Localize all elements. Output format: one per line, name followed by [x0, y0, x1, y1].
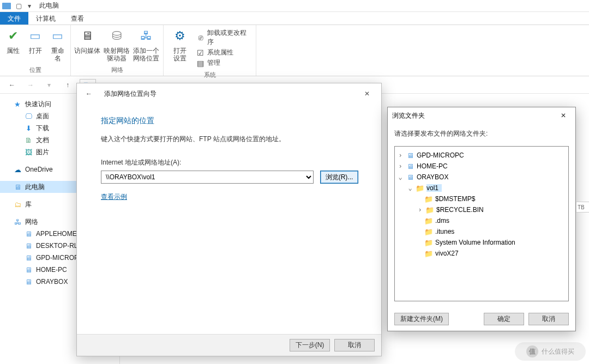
star-icon: ★ [13, 100, 22, 108]
gear-icon: ⚙ [171, 27, 189, 45]
folder-icon: 📁 [425, 205, 434, 214]
folder-icon: 📁 [424, 238, 433, 247]
browse-cancel-button[interactable]: 取消 [528, 313, 569, 325]
wizard-title: 添加网络位置向导 [104, 89, 157, 99]
tree-node[interactable]: 📁.dms [397, 215, 566, 226]
pc-icon: 🖥 [24, 241, 33, 250]
system-icon [2, 3, 11, 9]
tree-node[interactable]: ›🖥GPD-MICROPC [397, 150, 566, 161]
network-icon: 🖧 [13, 217, 22, 226]
wizard-close-button[interactable]: ✕ [358, 87, 376, 100]
pc-icon: 🖥 [24, 229, 33, 238]
qat-item[interactable]: ▢ [14, 2, 23, 10]
pc-icon: 🖥 [406, 173, 414, 181]
tree-node[interactable]: 📁vivoX27 [397, 248, 566, 259]
browse-title: 浏览文件夹 [392, 111, 425, 120]
folder-icon: 📁 [424, 216, 433, 225]
nav-history-dropdown[interactable]: ▾ [43, 78, 56, 92]
cancel-button[interactable]: 取消 [334, 339, 375, 351]
qat-dropdown[interactable]: ▾ [25, 2, 34, 10]
wizard-back-button[interactable]: ← [82, 87, 95, 100]
browse-header: 浏览文件夹 ✕ [388, 107, 575, 124]
address-label: Internet 地址或网络地址(A): [101, 158, 357, 167]
expand-icon[interactable]: › [417, 206, 423, 214]
properties-button[interactable]: ✔ 属性 [3, 27, 22, 54]
collapse-icon[interactable]: ⌄ [397, 173, 404, 181]
view-example-link[interactable]: 查看示例 [101, 192, 127, 202]
properties-icon: ☑ [196, 48, 205, 57]
nav-forward[interactable]: → [24, 78, 37, 92]
tree-node[interactable]: ›🖥HOME-PC [397, 161, 566, 172]
browse-footer: 新建文件夹(M) 确定 取消 [388, 307, 575, 331]
tab-file[interactable]: 文件 [0, 12, 28, 25]
ok-button[interactable]: 确定 [484, 313, 524, 325]
manage[interactable]: ▤管理 [196, 58, 253, 68]
system-small-items: ⎚卸载或更改程序 ☑系统属性 ▤管理 [196, 27, 253, 68]
group-label-network: 网络 [71, 65, 163, 76]
expand-icon[interactable]: › [397, 151, 404, 159]
browse-button[interactable]: 浏览(R)... [320, 171, 358, 184]
server-icon: 🖥 [79, 27, 96, 45]
wizard-footer: 下一步(N) 取消 [77, 334, 381, 356]
nav-back[interactable]: ← [5, 78, 19, 92]
add-location-button[interactable]: 🖧 添加一个 网络位置 [133, 27, 159, 63]
rename-icon: ▭ [49, 27, 67, 45]
tree-node[interactable]: 📁System Volume Information [397, 237, 566, 248]
nav-up[interactable]: ↑ [61, 78, 74, 92]
pc-icon: 🖥 [406, 151, 414, 160]
document-icon: 🗎 [24, 136, 33, 144]
tree-node[interactable]: 📁.itunes [397, 226, 566, 237]
desktop-icon: 🖵 [24, 112, 33, 120]
folder-icon: 📁 [424, 227, 433, 236]
title-bar: ▢ ▾ 此电脑 [0, 0, 589, 12]
ribbon-group-system: ⚙ 打开 设置 ⎚卸载或更改程序 ☑系统属性 ▤管理 系统 [164, 25, 256, 76]
drive-icon: ⛁ [108, 27, 125, 45]
folder-tree: ›🖥GPD-MICROPC ›🖥HOME-PC ⌄🖥ORAYBOX ⌄📁vol1… [394, 146, 569, 301]
ribbon-group-location: ✔ 属性 ▭ 打开 ▭ 重命名 位置 [0, 25, 71, 76]
pc-icon: 🖥 [24, 277, 33, 286]
open-settings-button[interactable]: ⚙ 打开 设置 [167, 27, 193, 63]
wizard-hint: 键入这个快捷方式要打开的网站、FTP 站点或网络位置的地址。 [101, 135, 357, 144]
tree-node[interactable]: ›📁$RECYCLE.BIN [397, 204, 566, 215]
add-network-location-wizard: ← 添加网络位置向导 ✕ 指定网站的位置 键入这个快捷方式要打开的网站、FTP … [76, 83, 382, 356]
tree-node[interactable]: ⌄📁vol1 [397, 183, 566, 193]
collapse-icon[interactable]: ⌄ [407, 184, 413, 192]
system-properties[interactable]: ☑系统属性 [196, 48, 253, 57]
expand-icon[interactable]: › [397, 162, 404, 170]
pc-icon: 🖥 [24, 265, 33, 274]
ribbon-group-network: 🖥 访问媒体 ⛁ 映射网络 驱动器 🖧 添加一个 网络位置 网络 [71, 25, 164, 76]
uninstall-icon: ⎚ [196, 33, 205, 42]
ribbon-tabs: 文件 计算机 查看 [0, 12, 589, 25]
wizard-heading: 指定网站的位置 [101, 116, 357, 126]
access-media-button[interactable]: 🖥 访问媒体 [74, 27, 100, 54]
next-button[interactable]: 下一步(N) [290, 339, 330, 351]
browse-body: 请选择要发布文件的网络文件夹: ›🖥GPD-MICROPC ›🖥HOME-PC … [388, 124, 575, 307]
uninstall-programs[interactable]: ⎚卸载或更改程序 [196, 28, 253, 47]
wizard-body: 指定网站的位置 键入这个快捷方式要打开的网站、FTP 站点或网络位置的地址。 I… [77, 104, 381, 334]
check-icon: ✔ [4, 27, 22, 45]
open-icon: ▭ [27, 27, 44, 45]
folder-icon: 📁 [424, 249, 433, 258]
tab-computer[interactable]: 计算机 [28, 12, 63, 25]
open-button[interactable]: ▭ 打开 [26, 27, 45, 54]
browse-folder-dialog: 浏览文件夹 ✕ 请选择要发布文件的网络文件夹: ›🖥GPD-MICROPC ›🖥… [387, 107, 576, 331]
library-icon: 🗂 [13, 200, 22, 209]
pc-icon: 🖥 [24, 253, 33, 262]
pc-icon: 🖥 [13, 183, 22, 191]
browse-close-button[interactable]: ✕ [556, 110, 571, 122]
network-location-icon: 🖧 [137, 27, 155, 45]
folder-icon: 📁 [424, 195, 433, 203]
map-drive-button[interactable]: ⛁ 映射网络 驱动器 [104, 27, 130, 63]
address-input[interactable]: \\ORAYBOX\vol1 [101, 171, 314, 184]
watermark: 值 什么值得买 [515, 342, 586, 361]
rename-button[interactable]: ▭ 重命名 [48, 27, 67, 63]
tree-node[interactable]: ⌄🖥ORAYBOX [397, 172, 566, 183]
new-folder-button[interactable]: 新建文件夹(M) [394, 313, 449, 325]
wizard-header: ← 添加网络位置向导 ✕ [77, 83, 381, 104]
tab-view[interactable]: 查看 [63, 12, 92, 25]
manage-icon: ▤ [196, 59, 205, 68]
pictures-icon: 🖼 [24, 148, 33, 156]
window-title: 此电脑 [39, 1, 59, 10]
tree-node[interactable]: 📁$DMSTEMP$ [397, 193, 566, 204]
cloud-icon: ☁ [13, 165, 22, 174]
